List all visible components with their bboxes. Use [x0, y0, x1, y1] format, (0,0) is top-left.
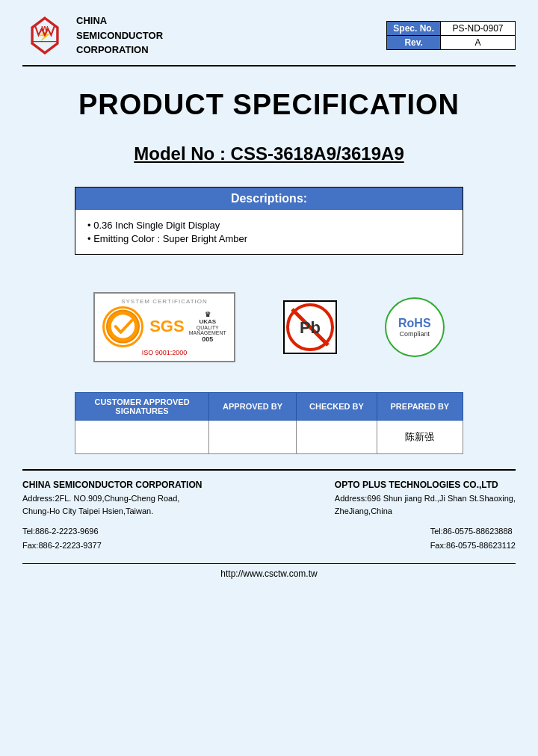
desc-item-2: • Emitting Color : Super Bright Amber — [87, 233, 451, 244]
rev-value: A — [441, 35, 516, 49]
footer-right: OPTO PLUS TECHNOLOGIES CO.,LTD Address:6… — [335, 478, 516, 518]
svg-text:Pb: Pb — [300, 318, 321, 337]
sgs-label: SGS — [149, 317, 184, 336]
ukas-box: ♛ UKAS QUALITYMANAGEMENT 005 — [189, 311, 226, 343]
sgs-ukas-box: SYSTEM CERTIFICATION SGS ♛ — [93, 292, 235, 362]
signatures-section: CUSTOMER APPROVED SIGNATURES APPROVED BY… — [0, 385, 538, 469]
footer-right-address: Address:696 Shun jiang Rd.,Ji Shan St.Sh… — [335, 492, 516, 518]
footer-right-title: OPTO PLUS TECHNOLOGIES CO.,LTD — [335, 478, 516, 492]
iso-label: ISO 9001:2000 — [142, 349, 188, 356]
desc-body: • 0.36 Inch Single Digit Display • Emitt… — [75, 210, 463, 255]
sig-cell-prepared: 陈新强 — [377, 420, 463, 453]
footer-left-fax: Fax:886-2-2223-9377 — [22, 539, 102, 553]
footer-url: http://www.csctw.com.tw — [0, 564, 538, 586]
main-title: PRODUCT SPECIFICATION — [22, 89, 516, 121]
descriptions-section: Descriptions: • 0.36 Inch Single Digit D… — [0, 179, 538, 262]
spec-info-table: Spec. No. PS-ND-0907 Rev. A — [386, 21, 516, 50]
sig-col1-header: CUSTOMER APPROVED SIGNATURES — [75, 392, 209, 420]
footer-contact-right: Tel:86-0575-88623888 Fax:86-0575-8862311… — [430, 524, 516, 552]
certifications-section: SYSTEM CERTIFICATION SGS ♛ — [0, 262, 538, 385]
descriptions-table: Descriptions: • 0.36 Inch Single Digit D… — [75, 187, 463, 255]
desc-header: Descriptions: — [75, 187, 463, 210]
sig-col4-header: PREPARED BY — [377, 392, 463, 420]
signatures-table: CUSTOMER APPROVED SIGNATURES APPROVED BY… — [75, 392, 463, 454]
system-cert-label: SYSTEM CERTIFICATION — [121, 298, 208, 305]
footer-left: CHINA SEMICONDUCTOR CORPORATION Address:… — [22, 478, 202, 518]
footer-contact: Tel:886-2-2223-9696 Fax:886-2-2223-9377 … — [0, 518, 538, 560]
footer-left-title: CHINA SEMICONDUCTOR CORPORATION — [22, 478, 202, 492]
sgs-circle — [102, 306, 143, 347]
rohs-sublabel: Compliant — [400, 330, 430, 338]
company-name: CHINA SEMICONDUCTOR CORPORATION — [76, 13, 163, 58]
rohs-label: RoHS — [398, 317, 431, 330]
footer-contact-left: Tel:886-2-2223-9696 Fax:886-2-2223-9377 — [22, 524, 102, 552]
footer-right-fax: Fax:86-0575-88623112 — [430, 539, 516, 553]
sig-cell-approved — [209, 420, 297, 453]
spec-no-label: Spec. No. — [387, 21, 441, 35]
ukas-code: 005 — [202, 335, 213, 343]
sig-col2-header: APPROVED BY — [209, 392, 297, 420]
rohs-badge: RoHS Compliant — [385, 297, 445, 357]
footer-left-tel: Tel:886-2-2223-9696 — [22, 524, 102, 539]
company-logo: ⚡ W — [22, 15, 67, 56]
rev-label: Rev. — [387, 35, 441, 49]
spec-no-value: PS-ND-0907 — [441, 21, 516, 35]
sig-cell-checked — [297, 420, 377, 453]
footer-right-tel: Tel:86-0575-88623888 — [430, 524, 516, 539]
footer-left-address: Address:2FL. NO.909,Chung-Cheng Road, Ch… — [22, 492, 202, 518]
title-section: PRODUCT SPECIFICATION — [0, 66, 538, 128]
quality-label: QUALITYMANAGEMENT — [189, 325, 226, 335]
ukas-label: UKAS — [199, 318, 216, 325]
ukas-crown-icon: ♛ — [205, 311, 211, 318]
pb-svg: Pb — [280, 297, 340, 357]
footer-addresses: CHINA SEMICONDUCTOR CORPORATION Address:… — [0, 471, 538, 518]
header-left: ⚡ W CHINA SEMICONDUCTOR CORPORATION — [22, 13, 163, 58]
pb-no-lead: Pb — [280, 297, 340, 357]
desc-item-1: • 0.36 Inch Single Digit Display — [87, 220, 451, 231]
model-number: Model No : CSS-3618A9/3619A9 — [22, 143, 516, 164]
sig-col3-header: CHECKED BY — [297, 392, 377, 420]
sig-cell-customer — [75, 420, 209, 453]
header: ⚡ W CHINA SEMICONDUCTOR CORPORATION Spec… — [0, 0, 538, 65]
model-section: Model No : CSS-3618A9/3619A9 — [0, 128, 538, 179]
